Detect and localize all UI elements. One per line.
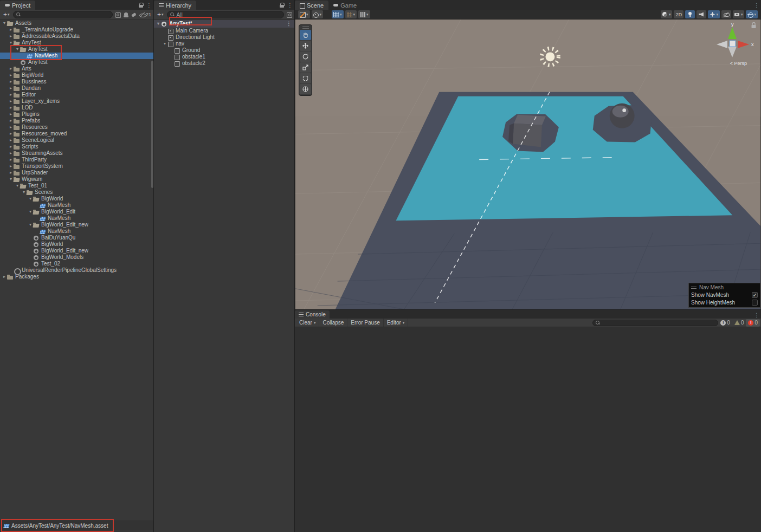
grid-snapping-button[interactable]: ▾ (345, 10, 357, 18)
twisty-icon[interactable]: ▸ (8, 33, 14, 40)
project-search-input[interactable] (13, 11, 113, 18)
tree-row[interactable]: obstacle1 (154, 54, 294, 60)
overlay-drag-handle[interactable] (691, 287, 696, 289)
panel-menu-icon[interactable]: ⋮ (146, 2, 152, 8)
search-by-type-icon[interactable] (123, 12, 129, 18)
scale-tool-button[interactable] (300, 62, 311, 73)
axis-x-cone[interactable]: x (738, 41, 754, 48)
gizmos-dropdown-button[interactable]: ▾ (746, 10, 758, 18)
tree-row[interactable]: ▸ _TerrainAutoUpgrade (0, 27, 153, 33)
console-log-area[interactable] (295, 327, 761, 532)
warning-count-toggle[interactable]: 0 (732, 320, 746, 326)
rotate-tool-button[interactable] (300, 51, 311, 62)
unlock-icon[interactable] (139, 3, 143, 8)
2d-toggle-button[interactable]: 2D (674, 10, 683, 18)
error-pause-button[interactable]: Error Pause (347, 319, 383, 327)
tree-row[interactable]: ▸ Packages (0, 274, 153, 280)
tree-row[interactable]: ▾ Assets (0, 20, 153, 27)
tree-row[interactable]: ▸ StreamingAssets (0, 150, 153, 157)
twisty-icon[interactable]: ▸ (8, 72, 14, 79)
orientation-gizmo[interactable]: y x (708, 21, 760, 81)
open-in-search-icon[interactable] (115, 12, 121, 18)
editor-button[interactable]: Editor ▾ (384, 319, 409, 327)
twisty-icon[interactable]: ▸ (8, 111, 14, 118)
tree-row[interactable]: BaiDuYuanQu (0, 235, 153, 241)
info-count-toggle[interactable]: ! 0 (718, 320, 732, 326)
tree-row[interactable]: ▸ AddressableAssetsData (0, 33, 153, 40)
unlock-icon[interactable] (280, 3, 284, 8)
error-count-toggle[interactable]: ! 0 (746, 319, 760, 327)
tree-row[interactable]: ▸ Dandan (0, 85, 153, 92)
increment-snap-button[interactable]: ▾ (358, 10, 370, 18)
hidden-count-button[interactable]: 21 (139, 12, 151, 18)
checkbox[interactable]: ✓ (752, 292, 758, 298)
tree-row[interactable]: NavMesh (0, 228, 153, 235)
tree-row[interactable]: ▾ BigWorld_Edit (0, 209, 153, 215)
clear-button[interactable]: Clear ▾ (296, 319, 319, 327)
axis-neg-cone-down[interactable] (728, 47, 737, 57)
twisty-icon[interactable]: ▸ (8, 98, 14, 105)
twisty-icon[interactable]: ▸ (8, 85, 14, 92)
tree-row[interactable]: BigWorld (0, 241, 153, 248)
lighting-toggle-button[interactable] (685, 10, 695, 18)
tree-row[interactable]: AnyTest (0, 59, 153, 66)
effects-dropdown-button[interactable]: ▾ (708, 10, 720, 18)
twisty-icon[interactable]: ▸ (8, 170, 14, 176)
transform-tool-button[interactable] (300, 84, 311, 94)
tab-game[interactable]: Game (328, 1, 362, 10)
axis-neg-cone-left[interactable] (717, 41, 727, 48)
tree-row[interactable]: ▾ BigWorld_Edit_new (0, 222, 153, 228)
twisty-icon[interactable]: ▾ (156, 21, 161, 27)
twisty-icon[interactable]: ▸ (8, 131, 14, 137)
tree-row[interactable]: ▸ BigWorld (0, 72, 153, 79)
shading-mode-dropdown[interactable]: ▾ (661, 10, 673, 18)
tree-row[interactable]: BigWorld_Models (0, 254, 153, 261)
console-search-input[interactable] (592, 320, 718, 326)
overlay-drag-handle[interactable] (302, 26, 309, 29)
tree-row[interactable]: ▸ Layer_xy_items (0, 98, 153, 105)
twisty-icon[interactable]: ▸ (8, 144, 14, 150)
scrollbar-thumb[interactable] (151, 61, 153, 188)
tree-row[interactable]: ▸ Arts (0, 66, 153, 72)
tree-row[interactable]: ▸ Resources (0, 124, 153, 131)
tree-row[interactable]: BigWorld_Edit_new (0, 248, 153, 254)
twisty-icon[interactable]: ▸ (8, 118, 14, 124)
rect-tool-button[interactable] (300, 73, 311, 83)
tree-row[interactable]: ▸ SceneLogical (0, 137, 153, 144)
panel-menu-icon[interactable]: ⋮ (754, 312, 759, 318)
create-asset-button[interactable]: +▾ (2, 11, 11, 18)
tree-row[interactable]: ▾ Scenes (0, 189, 153, 196)
twisty-icon[interactable]: ▸ (8, 79, 14, 85)
collapse-button[interactable]: Collapse (319, 319, 347, 327)
grid-visibility-button[interactable]: ▾ (332, 10, 344, 18)
tree-row[interactable]: ▾ BigWorld (0, 196, 153, 202)
twisty-icon[interactable]: ▸ (8, 27, 14, 33)
tree-row[interactable]: ▾ AnyTest (0, 46, 153, 53)
tree-row[interactable]: NavMesh (0, 215, 153, 222)
tree-row[interactable]: Ground (154, 47, 294, 54)
tab-project[interactable]: Project (0, 1, 35, 10)
twisty-icon[interactable]: ▸ (8, 163, 14, 170)
twisty-icon[interactable]: ▸ (8, 137, 14, 144)
projection-mode-label[interactable]: < Persp (730, 61, 747, 66)
scene-visibility-button[interactable] (721, 10, 731, 18)
tree-row[interactable]: Test_02 (0, 261, 153, 267)
search-by-label-icon[interactable] (131, 12, 137, 18)
tree-row[interactable]: ▸ ThirdParty (0, 157, 153, 163)
item-menu-icon[interactable]: ⋮ (286, 21, 294, 27)
axis-y-cone[interactable]: y (728, 22, 737, 39)
tree-row[interactable]: ▸ Editor (0, 92, 153, 98)
tab-scene[interactable]: Scene (295, 1, 328, 10)
tree-row[interactable]: Directional Light (154, 34, 294, 41)
panel-menu-icon[interactable]: ⋮ (754, 2, 759, 8)
tree-row[interactable]: ▸ LOD (0, 105, 153, 111)
tree-row[interactable]: ▾ nav (154, 41, 294, 47)
panel-menu-icon[interactable]: ⋮ (287, 2, 293, 8)
twisty-icon[interactable]: ▸ (8, 124, 14, 131)
tree-row[interactable]: NavMesh (0, 53, 153, 59)
tree-row[interactable]: NavMesh (0, 202, 153, 209)
tree-row[interactable]: ▾ Wigwam (0, 176, 153, 183)
scene-viewport[interactable]: y x (295, 20, 761, 309)
tree-row[interactable]: ▾ AnyTest* ⋮ (154, 20, 294, 28)
twisty-icon[interactable]: ▸ (8, 150, 14, 157)
